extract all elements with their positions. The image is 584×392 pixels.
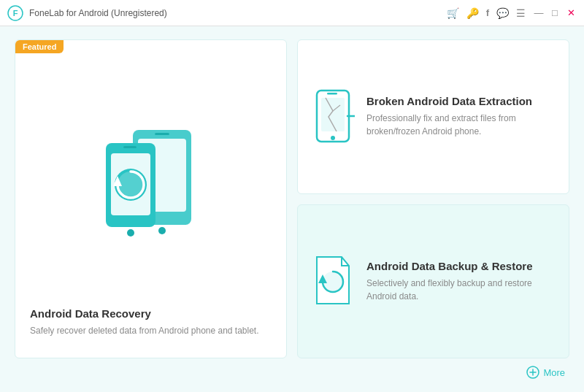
svg-point-8 — [127, 229, 134, 237]
backup-restore-card[interactable]: Android Data Backup & Restore Selectivel… — [297, 204, 569, 359]
svg-rect-14 — [321, 98, 345, 131]
backup-restore-text: Android Data Backup & Restore Selectivel… — [366, 260, 556, 303]
cards-grid: Featured — [15, 39, 569, 358]
backup-restore-icon — [311, 254, 355, 309]
facebook-icon[interactable]: f — [486, 7, 489, 18]
featured-card[interactable]: Featured — [15, 39, 287, 358]
android-recovery-icon — [93, 115, 210, 247]
svg-rect-16 — [327, 93, 337, 95]
chat-icon[interactable]: 💬 — [496, 7, 509, 19]
broken-extraction-text: Broken Android Data Extraction Professio… — [366, 95, 556, 138]
broken-extraction-desc: Professionally fix and extract files fro… — [366, 112, 556, 138]
svg-rect-9 — [123, 146, 137, 148]
backup-restore-desc: Selectively and flexibly backup and rest… — [366, 277, 556, 303]
broken-extraction-title: Broken Android Data Extraction — [366, 95, 556, 107]
more-button[interactable]: More — [526, 366, 565, 379]
broken-phone-icon — [311, 89, 355, 144]
title-bar: F FoneLab for Android (Unregistered) 🛒 🔑… — [0, 0, 584, 26]
more-area: More — [15, 366, 569, 379]
key-icon[interactable]: 🔑 — [466, 7, 479, 19]
backup-restore-icon-area — [311, 254, 355, 309]
menu-icon[interactable]: ☰ — [516, 7, 526, 19]
app-title: FoneLab for Android (Unregistered) — [29, 8, 447, 18]
featured-card-desc: Safely recover deleted data from Android… — [30, 324, 272, 337]
featured-badge: Featured — [15, 40, 64, 53]
featured-card-title: Android Data Recovery — [30, 307, 272, 320]
title-bar-icons: 🛒 🔑 f 💬 ☰ — [447, 7, 526, 19]
close-button[interactable]: ✕ — [565, 7, 577, 18]
window-controls: — □ ✕ — [533, 7, 577, 18]
minimize-button[interactable]: — — [533, 7, 545, 18]
main-content: Featured — [0, 26, 584, 392]
featured-icon-area — [30, 55, 272, 307]
featured-card-text: Android Data Recovery Safely recover del… — [30, 307, 272, 337]
svg-rect-5 — [155, 133, 169, 135]
maximize-button[interactable]: □ — [549, 7, 561, 18]
more-label: More — [543, 367, 565, 378]
svg-point-15 — [331, 136, 335, 140]
svg-text:F: F — [13, 9, 18, 18]
broken-extraction-card[interactable]: Broken Android Data Extraction Professio… — [297, 39, 569, 194]
backup-restore-title: Android Data Backup & Restore — [366, 260, 556, 272]
plus-circle-icon — [526, 366, 539, 379]
broken-extraction-icon-area — [311, 89, 355, 144]
svg-point-4 — [158, 227, 166, 234]
cart-icon[interactable]: 🛒 — [447, 7, 459, 19]
app-logo: F — [7, 5, 23, 21]
